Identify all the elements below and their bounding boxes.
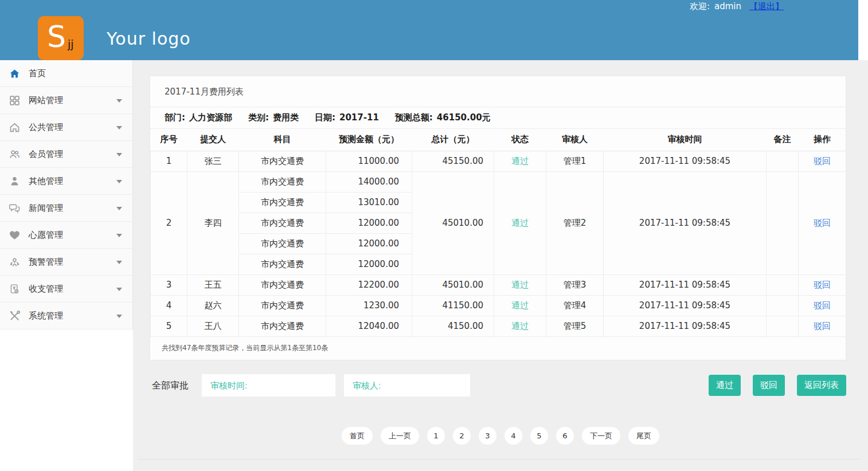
cell-auditor: 管理2 [546, 171, 604, 274]
cell-status-link[interactable]: 通过 [511, 218, 529, 228]
cell-status: 通过 [494, 171, 546, 274]
sidebar-item-label: 首页 [29, 68, 46, 79]
cell-action-link[interactable]: 驳回 [814, 156, 831, 166]
col-subject: 科目 [239, 129, 326, 151]
col-action: 操作 [799, 129, 846, 151]
cell-subject: 市内交通费 [239, 151, 326, 171]
cell-submitter: 李四 [187, 171, 239, 274]
cell-amount: 1230.00 [326, 295, 412, 316]
chevron-down-icon [116, 153, 122, 156]
cell-status: 通过 [494, 316, 546, 336]
cell-action-link[interactable]: 驳回 [814, 321, 831, 331]
chevron-down-icon [116, 315, 122, 318]
cell-remark [767, 151, 799, 171]
pagination-page-5[interactable]: 5 [530, 427, 548, 445]
filter-label: 部门: [165, 112, 185, 123]
cell-audit-time: 2017-11-11 09:58:45 [604, 151, 767, 171]
cell-total: 45150.00 [412, 151, 494, 171]
filter-value: 费用类 [273, 112, 299, 123]
col-total: 总计（元） [412, 129, 494, 151]
reject-button[interactable]: 驳回 [753, 375, 785, 396]
cell-status-link[interactable]: 通过 [511, 300, 529, 311]
sidebar-item-7[interactable]: 心愿管理 [0, 222, 132, 249]
cell-subject: 市内交通费 [239, 316, 326, 336]
page-title: 2017-11月费用列表 [150, 76, 846, 107]
filter-item-3: 日期:2017-11 [315, 112, 379, 123]
sidebar-item-label: 其他管理 [29, 176, 63, 187]
pagination-page-1[interactable]: 1 [427, 427, 445, 445]
col-time: 审核时间 [604, 129, 767, 151]
cell-amount: 12000.00 [326, 233, 412, 254]
sidebar-item-10[interactable]: 系统管理 [0, 303, 132, 329]
pagination-page-6[interactable]: 6 [556, 427, 574, 445]
pagination-last[interactable]: 尾页 [628, 427, 659, 445]
cell-status-link[interactable]: 通过 [511, 280, 529, 290]
table-row: 3王五市内交通费12200.0045010.00通过管理32017-11-11 … [151, 274, 846, 295]
table-row: 2李四市内交通费14000.0045010.00通过管理22017-11-11 … [151, 171, 846, 192]
cell-action-link[interactable]: 驳回 [814, 300, 831, 311]
grid-icon [8, 94, 21, 107]
logout-link[interactable]: 【退出】 [749, 1, 784, 11]
pagination-page-3[interactable]: 3 [479, 427, 496, 445]
sidebar-item-label: 预警管理 [29, 257, 63, 268]
filter-label: 日期: [315, 112, 335, 123]
cell-seq: 4 [151, 295, 187, 316]
cell-audit-time: 2017-11-11 09:58:45 [604, 171, 767, 274]
cell-action-link[interactable]: 驳回 [814, 280, 831, 290]
cell-action: 驳回 [799, 151, 846, 171]
pagination-page-4[interactable]: 4 [505, 427, 522, 445]
cell-subject: 市内交通费 [239, 192, 326, 213]
cell-subject: 市内交通费 [239, 171, 326, 192]
cell-subject: 市内交通费 [239, 274, 326, 295]
main-content: 2017-11月费用列表 部门:人力资源部类别:费用类日期:2017-11预测总… [133, 60, 868, 471]
chevron-down-icon [116, 234, 122, 237]
pass-button[interactable]: 通过 [709, 375, 741, 396]
sidebar-item-9[interactable]: 收支管理 [0, 276, 132, 303]
sidebar-item-5[interactable]: 其他管理 [0, 168, 132, 195]
cell-amount: 12040.00 [326, 316, 412, 336]
col-seq: 序号 [151, 129, 187, 151]
auditor-input[interactable] [344, 374, 470, 397]
sidebar-item-1[interactable]: 首页 [0, 60, 132, 87]
logo-text: Your logo [107, 29, 191, 49]
cell-submitter: 王五 [187, 274, 239, 295]
cell-submitter: 张三 [187, 151, 239, 171]
cell-action: 驳回 [799, 274, 846, 295]
tools-icon [8, 309, 21, 322]
pagination-first[interactable]: 首页 [342, 427, 373, 445]
welcome-label: 欢迎: [690, 1, 710, 11]
chat-icon [8, 202, 21, 214]
cell-action-link[interactable]: 驳回 [814, 218, 831, 228]
sidebar-item-3[interactable]: 公共管理 [0, 114, 132, 141]
sidebar-item-label: 系统管理 [29, 311, 63, 321]
cell-amount: 11000.00 [326, 151, 412, 171]
back-to-list-button[interactable]: 返回列表 [797, 375, 846, 396]
audit-time-input[interactable] [202, 374, 335, 397]
chevron-down-icon [116, 207, 122, 210]
chevron-down-icon [116, 180, 122, 183]
cell-seq: 5 [151, 316, 187, 336]
expense-table: 序号提交人科目预测金额（元）总计（元）状态审核人审核时间备注操作 1张三市内交通… [150, 129, 846, 337]
users-icon [8, 148, 21, 160]
cell-remark [767, 274, 799, 295]
cell-amount: 14000.00 [326, 171, 412, 192]
table-row: 5王八市内交通费12040.004150.00通过管理52017-11-11 0… [151, 316, 846, 336]
sidebar-item-2[interactable]: 网站管理 [0, 87, 132, 114]
cell-status-link[interactable]: 通过 [511, 156, 529, 166]
sidebar-item-4[interactable]: 会员管理 [0, 141, 132, 168]
cell-status-link[interactable]: 通过 [511, 321, 529, 331]
pagination-page-2[interactable]: 2 [453, 427, 471, 445]
sidebar-item-6[interactable]: 新闻管理 [0, 195, 132, 222]
sidebar-nav: 首页网站管理公共管理会员管理其他管理新闻管理心愿管理预警管理收支管理系统管理 [0, 60, 133, 329]
filter-item-1: 部门:人力资源部 [165, 112, 232, 123]
pagination-prev[interactable]: 上一页 [381, 427, 419, 445]
chevron-down-icon [116, 99, 122, 103]
logo-badge: S jj [38, 16, 84, 60]
cell-subject: 市内交通费 [239, 213, 326, 233]
table-row: 1张三市内交通费11000.0045150.00通过管理12017-11-11 … [151, 151, 846, 171]
cell-audit-time: 2017-11-11 09:58:45 [604, 274, 767, 295]
sidebar-item-8[interactable]: 预警管理 [0, 249, 132, 276]
cell-subject: 市内交通费 [239, 295, 326, 316]
pagination-next[interactable]: 下一页 [582, 427, 620, 445]
home-icon [8, 67, 21, 80]
